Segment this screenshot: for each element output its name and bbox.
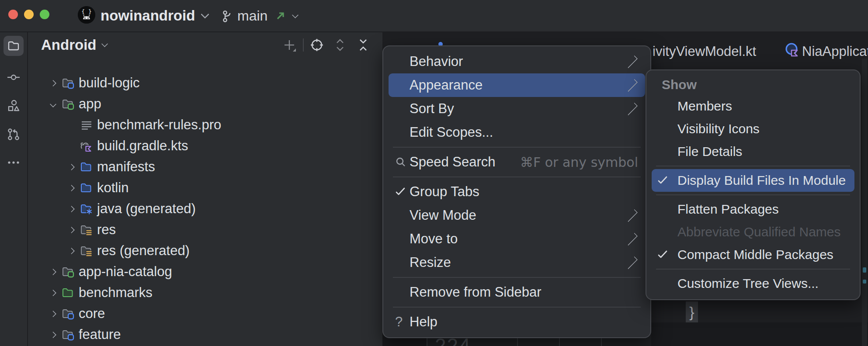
chevron-down-icon <box>49 100 56 107</box>
android-logo-icon: { } <box>78 6 95 24</box>
code-brace-fragment: } <box>686 301 698 322</box>
tree-row-manifests[interactable]: manifests <box>28 156 382 177</box>
menu-separator <box>656 166 850 166</box>
locate-opened-file-button[interactable] <box>309 38 324 52</box>
menu-item-view-mode[interactable]: View Mode <box>389 204 645 227</box>
menu-item-group-tabs[interactable]: Group Tabs <box>389 180 645 204</box>
tree-row-label: manifests <box>97 159 155 175</box>
menu-item-label: Remove from Sidebar <box>410 284 542 300</box>
commit-tool-button[interactable] <box>3 67 24 87</box>
menu-separator <box>393 277 641 278</box>
more-tool-windows-button[interactable] <box>3 152 24 173</box>
checkmark-icon <box>657 249 668 260</box>
submenu-item-label: File Details <box>677 144 742 159</box>
gradle-kts-file-icon <box>80 140 93 152</box>
add-button[interactable] <box>282 38 297 52</box>
menu-item-behavior[interactable]: Behavior <box>389 50 645 73</box>
generated-sources-folder-icon <box>80 203 93 215</box>
menu-item-label: Sort By <box>410 101 454 117</box>
tree-row-label: app-nia-catalog <box>79 264 172 280</box>
tree-row-app[interactable]: app <box>28 93 382 114</box>
menu-item-label: Speed Search <box>410 154 495 170</box>
folder-icon <box>80 182 93 194</box>
project-avatar: { } <box>78 6 95 24</box>
more-dots-icon <box>7 156 21 170</box>
submenu-item-label: Members <box>677 99 732 114</box>
editor-tab-right-partial[interactable]: NiaApplicat <box>802 44 868 59</box>
tree-row-label: core <box>79 306 105 322</box>
submenu-arrow-icon <box>625 102 638 115</box>
module-folder-icon <box>62 266 74 278</box>
chevron-down-icon <box>292 11 299 18</box>
tree-row-core[interactable]: core <box>28 303 382 324</box>
submenu-item-file-details[interactable]: File Details <box>652 140 854 163</box>
project-view-label: Android <box>41 37 96 53</box>
submenu-arrow-icon <box>625 55 638 68</box>
project-selector[interactable]: nowinandroid <box>101 0 208 31</box>
text-file-icon <box>80 119 93 131</box>
tool-window-stripe <box>0 32 28 346</box>
structure-tool-button[interactable] <box>3 96 24 116</box>
menu-item-help[interactable]: ? Help <box>389 310 645 334</box>
menu-item-move-to[interactable]: Move to <box>389 227 645 251</box>
editor-tab-left-partial[interactable]: ivityViewModel.kt <box>653 44 756 59</box>
chevron-right-icon <box>49 80 56 86</box>
menu-item-label: Edit Scopes... <box>410 125 493 140</box>
commit-icon <box>7 70 21 84</box>
submenu-item-flatten-packages[interactable]: Flatten Packages <box>652 198 854 221</box>
title-bar: { } nowinandroid main <box>0 0 868 32</box>
chevron-right-icon <box>49 289 56 296</box>
menu-item-edit-scopes[interactable]: Edit Scopes... <box>389 121 645 144</box>
menu-item-appearance[interactable]: Appearance <box>389 73 645 97</box>
tree-row-app-nia-catalog[interactable]: app-nia-catalog <box>28 261 382 282</box>
toolbar-separator <box>303 38 304 52</box>
submenu-item-customize-tree-views[interactable]: Customize Tree Views... <box>652 272 854 295</box>
tree-row-benchmark-rules[interactable]: benchmark-rules.pro <box>28 114 382 135</box>
tree-row-feature[interactable]: feature <box>28 324 382 345</box>
appearance-submenu: Show Members Visibility Icons File Detai… <box>646 69 861 300</box>
tree-row-kotlin[interactable]: kotlin <box>28 177 382 198</box>
menu-separator <box>393 307 641 308</box>
tree-row-java-generated[interactable]: java (generated) <box>28 198 382 219</box>
resources-folder-icon <box>80 224 93 236</box>
tree-row-label: build-logic <box>79 75 140 91</box>
submenu-arrow-icon <box>625 232 638 246</box>
expand-all-button[interactable] <box>333 38 347 52</box>
menu-item-speed-search[interactable]: Speed Search ⌘F or any symbol <box>389 150 645 174</box>
folder-icon <box>7 39 20 52</box>
kotlin-class-icon <box>784 42 800 59</box>
minimize-window-button[interactable] <box>24 10 34 19</box>
tree-row-benchmarks[interactable]: benchmarks <box>28 282 382 303</box>
submenu-item-display-build-files[interactable]: Display Build Files In Module <box>652 169 854 192</box>
tree-row-res-generated[interactable]: res (generated) <box>28 240 382 261</box>
tree-row-build-logic[interactable]: build-logic <box>28 73 382 93</box>
checkmark-icon <box>395 187 406 197</box>
chevron-right-icon <box>68 247 75 254</box>
tree-row-label: kotlin <box>97 180 128 196</box>
submenu-item-compact-middle-packages[interactable]: Compact Middle Packages <box>652 243 854 266</box>
branch-selector[interactable]: main <box>237 0 298 31</box>
tree-row-build-gradle[interactable]: build.gradle.kts <box>28 135 382 156</box>
submenu-item-visibility-icons[interactable]: Visibility Icons <box>652 118 854 140</box>
module-folder-icon <box>62 98 74 110</box>
menu-item-sort-by[interactable]: Sort By <box>389 97 645 121</box>
collapse-all-button[interactable] <box>356 38 371 52</box>
search-icon <box>395 156 406 168</box>
maximize-window-button[interactable] <box>40 10 49 19</box>
menu-item-resize[interactable]: Resize <box>389 251 645 274</box>
project-tool-button[interactable] <box>3 36 24 56</box>
tree-row-label: java (generated) <box>97 201 196 217</box>
menu-item-label: View Mode <box>410 208 476 223</box>
project-view-selector[interactable]: Android <box>41 32 107 58</box>
module-folder-icon <box>62 329 74 341</box>
pull-requests-tool-button[interactable] <box>3 124 24 144</box>
crosshair-icon <box>309 38 324 52</box>
tree-row-res[interactable]: res <box>28 219 382 240</box>
close-window-button[interactable] <box>8 10 18 19</box>
menu-item-remove-from-sidebar[interactable]: Remove from Sidebar <box>389 280 645 304</box>
chevron-right-icon <box>49 331 56 338</box>
menu-separator <box>656 269 850 270</box>
editor-scrollbar[interactable] <box>862 59 867 346</box>
tree-row-label: feature <box>79 327 121 343</box>
submenu-item-members[interactable]: Members <box>652 95 854 118</box>
